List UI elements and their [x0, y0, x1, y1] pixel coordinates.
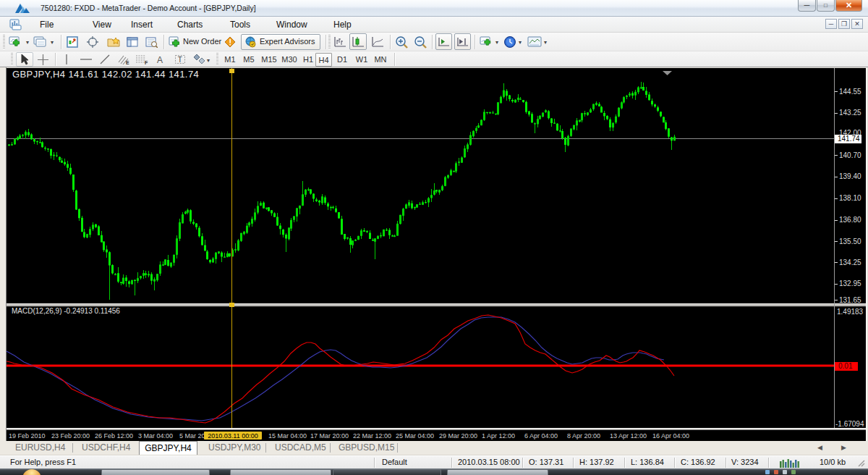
- svg-text:MACD(12,26,9) -0.24913 0.11456: MACD(12,26,9) -0.24913 0.11456: [12, 307, 120, 315]
- svg-text:GBPJPY,H4 141.61 142.02 141.4: GBPJPY,H4 141.61 142.02 141.44 141.74: [12, 69, 199, 80]
- svg-text:F: F: [145, 60, 148, 65]
- svg-text:E: E: [126, 60, 129, 65]
- svg-text:T: T: [178, 56, 182, 64]
